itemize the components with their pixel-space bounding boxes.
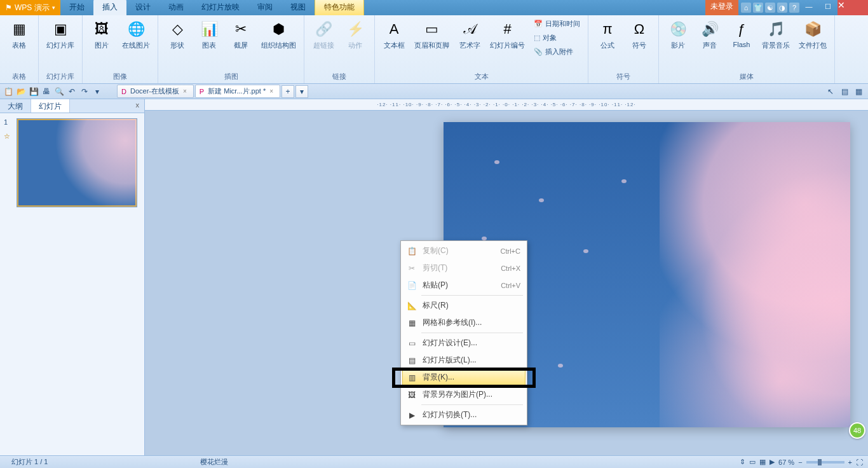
sync-icon[interactable]: ☯ <box>765 3 775 13</box>
close-button[interactable]: ✕ <box>837 0 868 15</box>
menu-tab-3[interactable]: 动画 <box>159 0 193 15</box>
ribbon-label: 幻灯片编号 <box>490 41 525 50</box>
window-controls-area: 未登录 ⌂ 👕 ☯ ◑ ? — ☐ ✕ <box>705 0 868 15</box>
ribbon-btn-插图-1[interactable]: 📊图表 <box>195 18 223 52</box>
group-label: 链接 <box>309 71 369 83</box>
ribbon-btn-图像-0[interactable]: 🖼图片 <box>88 18 116 52</box>
context-item-label: 标尺(R) <box>423 300 449 311</box>
context-item-icon: ▶ <box>406 410 417 420</box>
ribbon-btn-媒体-1[interactable]: 🔊声音 <box>696 18 724 52</box>
find-icon[interactable]: ↖ <box>825 86 836 97</box>
ribbon-btn-幻灯片库-0[interactable]: ▣幻灯片库 <box>44 18 77 52</box>
redo-icon[interactable]: ↷ <box>79 86 90 97</box>
doc-tab-add-button[interactable]: + <box>281 85 294 98</box>
qat-dropdown-icon[interactable]: ▾ <box>92 86 103 97</box>
ribbon-btn-插图-2[interactable]: ✂截屏 <box>227 18 255 52</box>
context-menu-item-8[interactable]: ▤幻灯片版式(L)... <box>402 352 526 369</box>
tab-outline[interactable]: 大纲 <box>0 99 31 113</box>
open-icon[interactable]: 📂 <box>15 86 27 97</box>
ribbon-btn-图像-1[interactable]: 🌐在线图片 <box>119 18 153 52</box>
help-icon[interactable]: ? <box>789 3 799 13</box>
slide-counter: 幻灯片 1 / 1 <box>5 457 54 467</box>
save-icon[interactable]: 💾 <box>28 86 39 97</box>
view-normal-icon[interactable]: ▭ <box>749 458 756 466</box>
tile-icon[interactable]: ▤ <box>839 86 850 97</box>
ribbon-icon: ƒ <box>731 19 752 39</box>
zoom-value[interactable]: 67 % <box>778 458 794 466</box>
vitem-label: 插入附件 <box>545 47 573 57</box>
print-icon[interactable]: 🖶 <box>41 86 52 97</box>
ribbon-label: 背景音乐 <box>762 41 790 50</box>
context-item-icon: ▤ <box>406 355 417 366</box>
thumb-anim-icon: ☆ <box>4 132 10 141</box>
context-menu-item-5[interactable]: ▦网格和参考线(I)... <box>402 314 526 331</box>
skin-icon[interactable]: 👕 <box>753 3 763 13</box>
ribbon-label: 表格 <box>12 41 26 50</box>
context-menu-item-1: ✂剪切(T)Ctrl+X <box>402 259 526 277</box>
ribbon-vitem-1[interactable]: ⬚对象 <box>531 32 583 44</box>
ribbon-btn-媒体-0[interactable]: 💿影片 <box>664 18 692 52</box>
context-menu-item-4[interactable]: 📐标尺(R) <box>402 297 526 314</box>
context-menu-item-9[interactable]: ▥背景(K)... <box>402 369 526 386</box>
ribbon-btn-文本-2[interactable]: 𝒜艺术字 <box>456 18 484 52</box>
thumbnail-area: 1 ☆ <box>0 113 144 212</box>
ribbon-btn-媒体-2[interactable]: ƒFlash <box>728 18 756 50</box>
undo-icon[interactable]: ↶ <box>66 86 78 97</box>
zoom-out-icon[interactable]: − <box>798 458 802 466</box>
app-menu-button[interactable]: ⚑ WPS 演示 <box>0 0 60 15</box>
view-slideshow-icon[interactable]: ▶ <box>770 458 775 466</box>
ribbon-btn-文本-3[interactable]: #幻灯片编号 <box>487 18 527 52</box>
doc-tab-1[interactable]: P新建 Micr...片.ppt *× <box>195 85 280 98</box>
view-sorter-icon[interactable]: ▦ <box>759 458 766 466</box>
menu-tab-4[interactable]: 幻灯片放映 <box>193 0 248 15</box>
menu-tab-1[interactable]: 插入 <box>93 0 126 15</box>
ribbon-label: 在线图片 <box>122 41 150 50</box>
maximize-button[interactable]: ☐ <box>818 0 837 13</box>
ribbon-btn-文本-1[interactable]: ▭页眉和页脚 <box>412 18 452 52</box>
menu-tabs: 开始插入设计动画幻灯片放映审阅视图特色功能 <box>60 0 364 15</box>
ribbon-btn-文本-0[interactable]: A文本框 <box>380 18 408 52</box>
ribbon-btn-符号-1[interactable]: Ω符号 <box>625 18 653 52</box>
menu-tab-2[interactable]: 设计 <box>126 0 159 15</box>
group-label: 图像 <box>88 71 153 83</box>
ribbon-vitem-0[interactable]: 📅日期和时间 <box>531 18 583 30</box>
menu-tab-6[interactable]: 视图 <box>281 0 315 15</box>
doc-tab-0[interactable]: DDocer-在线模板× <box>117 85 194 98</box>
preview-icon[interactable]: 🔍 <box>53 86 65 97</box>
context-menu-item-10[interactable]: 🖼背景另存为图片(P)... <box>402 386 526 403</box>
context-menu-item-12[interactable]: ▶幻灯片切换(T)... <box>402 406 526 423</box>
zoom-slider[interactable] <box>806 461 844 464</box>
ribbon-btn-媒体-4[interactable]: 📦文件打包 <box>796 18 829 52</box>
ribbon-label: 形状 <box>170 41 184 50</box>
ribbon-btn-符号-0[interactable]: π公式 <box>593 18 621 52</box>
doc-tab-close-icon[interactable]: × <box>269 88 273 95</box>
doc-tab-list-button[interactable]: ▾ <box>295 85 308 98</box>
zoom-in-icon[interactable]: + <box>848 458 852 466</box>
ribbon-label: 页眉和页脚 <box>414 41 449 50</box>
notification-badge[interactable]: 48 <box>849 422 865 439</box>
doc-tab-close-icon[interactable]: × <box>183 88 187 95</box>
ribbon-icon: ⬢ <box>269 19 289 39</box>
context-menu-item-2[interactable]: 📄粘贴(P)Ctrl+V <box>402 277 526 294</box>
ribbon-group-3: ◇形状📊图表✂截屏⬢组织结构图插图 <box>158 15 304 83</box>
zoom-fit-icon[interactable]: ⛶ <box>856 458 863 466</box>
paste-icon[interactable]: 📋 <box>3 86 14 97</box>
cloud-icon[interactable]: ◑ <box>777 3 787 13</box>
ribbon-btn-插图-3[interactable]: ⬢组织结构图 <box>259 18 299 52</box>
minimize-button[interactable]: — <box>799 0 818 13</box>
menu-icon[interactable]: ▦ <box>853 86 864 97</box>
ribbon-btn-插图-0[interactable]: ◇形状 <box>163 18 191 52</box>
menu-tab-5[interactable]: 审阅 <box>248 0 281 15</box>
fit-icon[interactable]: ⇕ <box>740 458 745 466</box>
tab-slides[interactable]: 幻灯片 <box>31 99 70 113</box>
ribbon-btn-媒体-3[interactable]: 🎵背景音乐 <box>759 18 792 52</box>
ribbon-vitem-2[interactable]: 📎插入附件 <box>531 46 583 58</box>
menu-tab-7[interactable]: 特色功能 <box>315 0 364 15</box>
login-badge[interactable]: 未登录 <box>705 0 738 15</box>
home-icon[interactable]: ⌂ <box>741 3 751 13</box>
context-menu-item-7[interactable]: ▭幻灯片设计(E)... <box>402 334 526 352</box>
menu-tab-0[interactable]: 开始 <box>60 0 93 15</box>
pane-close-icon[interactable]: x <box>131 99 145 113</box>
ribbon-btn-表格-0[interactable]: ▦表格 <box>5 18 33 52</box>
slide-thumbnail-1[interactable] <box>17 118 137 207</box>
